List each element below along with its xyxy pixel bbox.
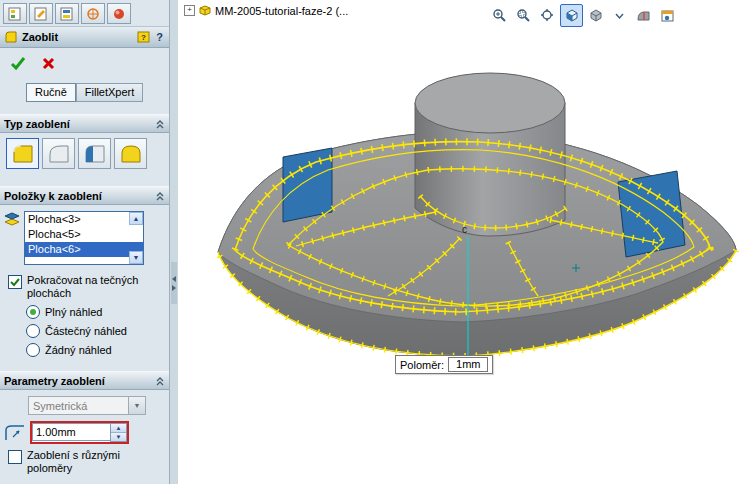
displaymanager-tab-icon[interactable] <box>107 3 131 24</box>
cancel-button[interactable] <box>38 54 58 72</box>
help-book-icon[interactable]: ? <box>137 31 150 43</box>
edges-faces-icon <box>4 211 20 227</box>
featuremanager-tab-icon[interactable] <box>3 3 27 24</box>
splitter-grip[interactable] <box>171 262 177 304</box>
model-cylinder-top[interactable] <box>415 73 565 133</box>
constant-radius-fillet-button[interactable] <box>6 138 39 169</box>
model-3d-view[interactable] <box>178 0 750 484</box>
spinner-down-icon[interactable]: ▼ <box>111 433 126 441</box>
list-item-selected[interactable]: Plocha<6> <box>25 242 143 257</box>
collapse-left-icon[interactable] <box>172 276 176 282</box>
face-fillet-button[interactable] <box>78 138 111 169</box>
spinner-up-icon[interactable]: ▲ <box>111 424 126 433</box>
confirm-bar <box>0 48 169 78</box>
chevron-down-icon: ▼ <box>128 397 145 414</box>
zoom-in-out-icon[interactable] <box>488 4 511 27</box>
mode-tabs: Ručně FilletXpert <box>0 78 169 102</box>
property-manager-panel: Zaoblit ? ? Ručně FilletXpert Typ zaoble… <box>0 0 170 484</box>
radio-selected-icon[interactable] <box>26 305 40 319</box>
collapse-chevron-icon <box>155 376 165 386</box>
ok-button[interactable] <box>8 54 28 72</box>
radio-icon[interactable] <box>26 343 40 357</box>
variable-radius-fillet-button[interactable] <box>42 138 75 169</box>
solidworks-window: Zaoblit ? ? Ručně FilletXpert Typ zaoble… <box>0 0 750 484</box>
checkbox-icon[interactable] <box>8 450 22 464</box>
fillet-feature-icon <box>4 30 18 44</box>
radio-partial-preview[interactable]: Částečný náhled <box>0 321 169 340</box>
graphics-area[interactable]: + MM-2005-tutorial-faze-2 (... <box>178 0 750 484</box>
section-fillet-parameters[interactable]: Parametry zaoblení <box>0 371 169 390</box>
part-name: MM-2005-tutorial-faze-2 (... <box>215 5 348 17</box>
callout-label: Poloměr: <box>400 359 444 371</box>
expand-right-icon[interactable] <box>172 285 176 291</box>
tree-expander-icon[interactable]: + <box>184 5 195 16</box>
radius-highlight-box: ▲ ▼ <box>30 421 129 444</box>
callout-value[interactable]: 1mm <box>448 357 488 372</box>
fillet-type-buttons <box>0 133 169 174</box>
feature-tree-node[interactable]: + MM-2005-tutorial-faze-2 (... <box>184 4 348 17</box>
help-icon[interactable]: ? <box>154 31 165 43</box>
panel-tab-bar <box>0 0 169 27</box>
full-round-fillet-button[interactable] <box>114 138 147 169</box>
vertex-label: c <box>462 224 467 235</box>
radio-icon[interactable] <box>26 324 40 338</box>
zoom-area-icon[interactable] <box>512 4 535 27</box>
edge-selection-group: Plocha<3> Plocha<5> Plocha<6> ▲ ▼ <box>0 205 169 269</box>
view-orientation-icon[interactable] <box>560 4 583 27</box>
feature-title-bar: Zaoblit ? ? <box>0 27 169 48</box>
dimxpert-tab-icon[interactable] <box>81 3 105 24</box>
selected-face-right[interactable] <box>618 171 685 257</box>
radius-callout[interactable]: Poloměr: 1mm <box>395 355 493 374</box>
collapse-chevron-icon <box>155 191 165 201</box>
svg-text:?: ? <box>141 33 146 42</box>
scroll-down-icon[interactable]: ▼ <box>129 251 143 264</box>
radius-row: ▲ ▼ <box>0 415 169 444</box>
radio-no-preview[interactable]: Žádný náhled <box>0 340 169 359</box>
zoom-fit-icon[interactable] <box>536 4 559 27</box>
feature-title: Zaoblit <box>22 31 58 43</box>
selected-items-list[interactable]: Plocha<3> Plocha<5> Plocha<6> ▲ ▼ <box>24 211 144 265</box>
radio-full-preview[interactable]: Plný náhled <box>0 302 169 321</box>
list-item[interactable]: Plocha<3> <box>25 212 143 227</box>
radius-spinner[interactable]: ▲ ▼ <box>110 423 127 442</box>
section-items-to-fillet[interactable]: Položky k zaoblení <box>0 186 169 205</box>
collapse-chevron-icon <box>155 119 165 129</box>
checkbox-checked-icon[interactable] <box>8 275 22 289</box>
part-icon <box>198 4 212 17</box>
list-item[interactable]: Plocha<5> <box>25 227 143 242</box>
radius-input[interactable] <box>32 423 110 441</box>
multi-radius-checkbox[interactable]: Zaoblení s různými poloměry <box>0 444 169 477</box>
tab-filletxpert[interactable]: FilletXpert <box>76 83 144 102</box>
display-style-icon[interactable] <box>584 4 607 27</box>
scroll-up-icon[interactable]: ▲ <box>129 212 143 225</box>
radius-icon <box>4 424 26 442</box>
configurationmanager-tab-icon[interactable] <box>55 3 79 24</box>
chevron-down-icon[interactable] <box>608 4 631 27</box>
symmetric-row: Symetrická ▼ <box>0 390 169 415</box>
symmetric-dropdown[interactable]: Symetrická ▼ <box>28 396 146 415</box>
list-scrollbar[interactable]: ▲ ▼ <box>129 212 143 264</box>
tangent-propagation-checkbox[interactable]: Pokračovat na tečných plochách <box>0 269 169 302</box>
tab-manual[interactable]: Ručně <box>26 83 76 102</box>
appearance-settings-icon[interactable] <box>656 4 679 27</box>
view-toolbar <box>488 4 679 27</box>
propertymanager-tab-icon[interactable] <box>29 3 53 24</box>
section-fillet-type[interactable]: Typ zaoblení <box>0 114 169 133</box>
section-view-icon[interactable] <box>632 4 655 27</box>
